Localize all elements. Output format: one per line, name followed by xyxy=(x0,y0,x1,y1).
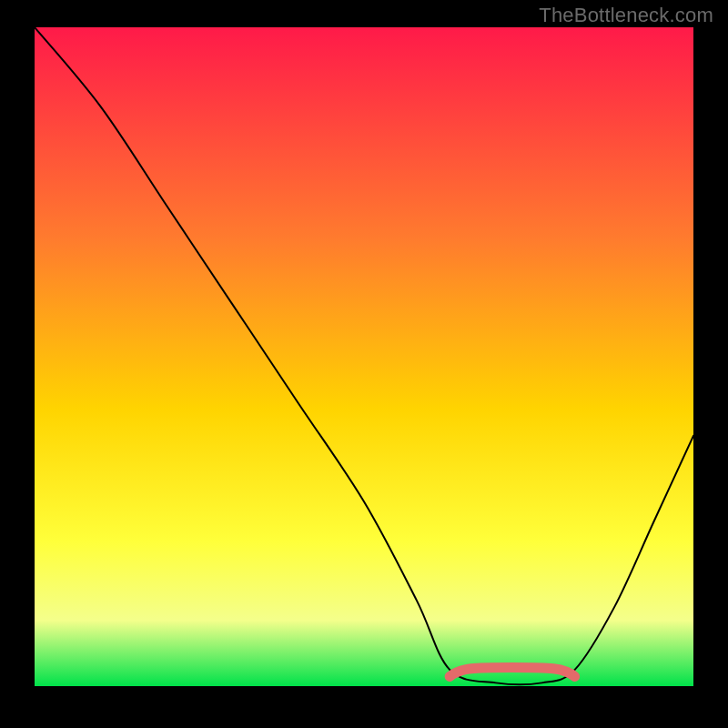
gradient-background xyxy=(35,27,693,686)
chart-svg xyxy=(35,27,693,686)
watermark-text: TheBottleneck.com xyxy=(539,4,713,27)
plot-area xyxy=(35,27,693,686)
chart-frame: TheBottleneck.com xyxy=(0,0,728,728)
